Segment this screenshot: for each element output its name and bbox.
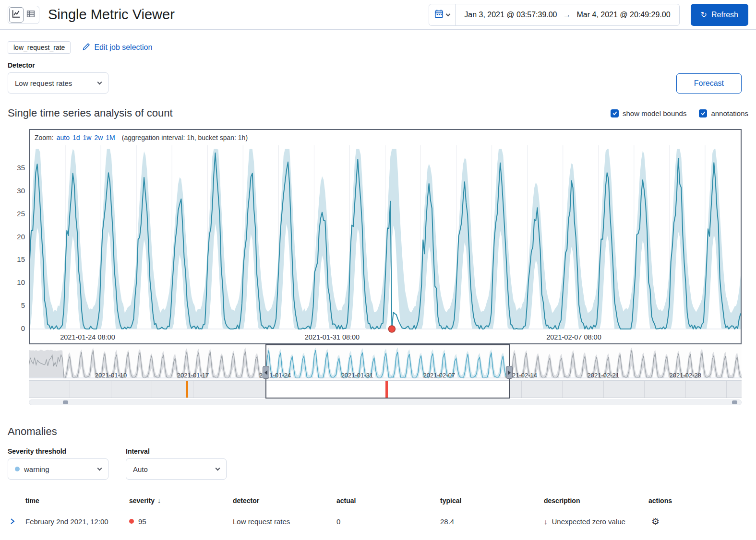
svg-text:2021-01-24 08:00: 2021-01-24 08:00 — [60, 333, 115, 341]
zoom-prefix: Zoom: — [35, 134, 54, 141]
job-badge[interactable]: low_request_rate — [8, 41, 71, 54]
main-chart-box: Zoom:auto1d1w2w1M(aggregation interval: … — [29, 129, 742, 344]
swimlane-tick — [111, 381, 111, 398]
main-chart-svg[interactable]: 2021-01-24 08:002021-01-31 08:002021-02-… — [30, 145, 741, 343]
brush-right-handle[interactable] — [506, 366, 513, 379]
swimlane-tick — [644, 381, 645, 398]
page-title: Single Metric Viewer — [48, 7, 175, 23]
swimlane-tick — [685, 381, 686, 398]
swimlane-tick — [193, 381, 193, 398]
column-header-label: actual — [336, 497, 356, 505]
chevron-down-icon — [97, 466, 102, 471]
anomalies-table: timeseverity↓detectoractualtypicaldescri… — [0, 491, 756, 532]
context-scrollbar[interactable] — [29, 399, 742, 405]
interval-value: Auto — [133, 465, 148, 473]
column-header-actual[interactable]: actual — [336, 497, 440, 505]
y-axis-tick-label: 5 — [4, 301, 25, 309]
refresh-icon: ↻ — [701, 10, 707, 19]
detector-select-value: Low request rates — [15, 79, 72, 87]
severity-warning-dot — [15, 467, 20, 471]
table-view-button[interactable] — [24, 7, 38, 23]
checkbox-checked-icon — [699, 109, 707, 117]
zoom-link-2w[interactable]: 2w — [94, 134, 103, 141]
anomalies-table-body: February 2nd 2021, 12:0095Low request ra… — [4, 510, 752, 532]
severity-critical-dot — [129, 519, 134, 524]
anomaly-marker[interactable] — [186, 381, 188, 398]
sort-descending-icon: ↓ — [157, 497, 161, 505]
chevron-down-icon — [216, 466, 220, 471]
y-axis-tick-label: 25 — [4, 210, 25, 218]
swimlane-tick — [521, 381, 522, 398]
header: Single Metric Viewer Jan 3, 2021 @ 03:57… — [0, 0, 756, 30]
swimlane-tick — [152, 381, 152, 398]
description-text: Unexpected zero value — [552, 517, 625, 526]
detector-select[interactable]: Low request rates — [8, 72, 108, 94]
zoom-link-1w[interactable]: 1w — [83, 134, 92, 141]
chart-view-button[interactable] — [9, 7, 24, 23]
column-header-description[interactable]: description — [544, 497, 648, 505]
row-actions-gear-button[interactable]: ⚙ — [648, 517, 660, 526]
anomaly-time-cell: February 2nd 2021, 12:00 — [25, 517, 129, 526]
aggregation-interval-info: (aggregation interval: 1h, bucket span: … — [122, 134, 248, 141]
triangle-right-icon — [508, 370, 511, 375]
swimlane-tick — [70, 381, 70, 398]
context-axis-tick-label: 2021-01-10 — [93, 372, 129, 379]
y-axis-tick-label: 15 — [4, 255, 25, 263]
scrollbar-right-handle[interactable] — [732, 400, 737, 404]
y-axis-tick-label: 35 — [4, 164, 25, 172]
refresh-button[interactable]: ↻ Refresh — [691, 4, 748, 26]
anomalies-table-header: timeseverity↓detectoractualtypicaldescri… — [4, 491, 752, 510]
expand-row-button[interactable] — [4, 517, 25, 525]
column-header-time[interactable]: time — [25, 497, 129, 505]
line-chart-icon — [12, 10, 21, 20]
interval-field: Interval Auto — [126, 447, 227, 480]
context-brush[interactable] — [265, 344, 510, 399]
forecast-button[interactable]: Forecast — [676, 73, 742, 94]
series-heading-row: Single time series analysis of count sho… — [0, 94, 756, 119]
detector-row: Detector Low request rates Forecast — [0, 54, 756, 94]
annotations-label: annotations — [711, 109, 748, 117]
zoom-link-1d[interactable]: 1d — [72, 134, 80, 141]
context-axis-tick-label: 2021-02-28 — [667, 372, 704, 379]
column-header-actions[interactable]: actions — [648, 497, 752, 505]
date-range-start[interactable]: Jan 3, 2021 @ 03:57:39.00 — [464, 11, 557, 19]
chevron-down-icon — [97, 80, 102, 85]
pencil-icon — [82, 43, 90, 53]
date-range-end[interactable]: Mar 4, 2021 @ 20:49:29.00 — [577, 11, 671, 19]
edit-job-selection-link[interactable]: Edit job selection — [82, 43, 152, 53]
context-chart: 2021-01-102021-01-172021-01-242021-01-31… — [29, 344, 742, 405]
annotations-checkbox[interactable]: annotations — [699, 109, 748, 117]
zoom-bar: Zoom:auto1d1w2w1M(aggregation interval: … — [30, 130, 741, 145]
table-row: February 2nd 2021, 12:0095Low request ra… — [4, 510, 752, 532]
scrollbar-left-handle[interactable] — [63, 400, 68, 404]
single-metric-viewer-page: Single Metric Viewer Jan 3, 2021 @ 03:57… — [0, 0, 756, 532]
detector-field: Detector Low request rates — [8, 61, 108, 94]
swimlane-tick — [234, 381, 234, 398]
severity-threshold-select[interactable]: warning — [8, 458, 108, 480]
detector-label: Detector — [8, 61, 108, 69]
anomaly-actual-cell: 0 — [336, 517, 440, 526]
anomaly-description-cell: ↓Unexpected zero value — [544, 517, 648, 526]
edit-job-selection-label: Edit job selection — [94, 43, 152, 52]
interval-label: Interval — [126, 447, 227, 455]
column-header-detector[interactable]: detector — [233, 497, 336, 505]
header-right: Jan 3, 2021 @ 03:57:39.00 → Mar 4, 2021 … — [429, 4, 748, 26]
column-header-label: actions — [648, 497, 672, 505]
triangle-left-icon — [264, 370, 267, 375]
brush-left-handle[interactable] — [263, 366, 269, 379]
column-header-severity[interactable]: severity↓ — [129, 497, 233, 505]
severity-threshold-label: Severity threshold — [8, 447, 108, 455]
anomaly-severity-cell: 95 — [129, 517, 233, 526]
interval-select[interactable]: Auto — [126, 458, 227, 480]
zoom-link-auto[interactable]: auto — [57, 134, 70, 141]
zoom-link-1M[interactable]: 1M — [106, 134, 115, 141]
calendar-dropdown-button[interactable] — [429, 4, 456, 25]
svg-text:2021-02-07 08:00: 2021-02-07 08:00 — [546, 333, 601, 341]
severity-score: 95 — [138, 517, 146, 526]
job-selection-row: low_request_rate Edit job selection — [0, 30, 756, 54]
anomalies-controls: Severity threshold warning Interval Auto — [8, 447, 748, 480]
column-header-label: description — [544, 497, 580, 505]
column-header-typical[interactable]: typical — [440, 497, 544, 505]
show-model-bounds-checkbox[interactable]: show model bounds — [611, 109, 686, 117]
calendar-icon — [434, 9, 444, 20]
